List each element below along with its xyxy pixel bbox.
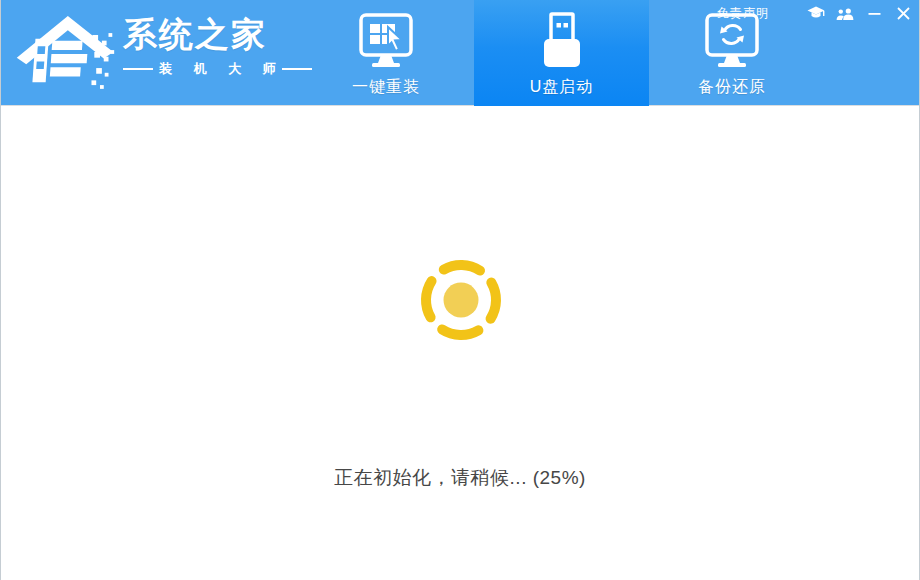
graduation-cap-icon[interactable]: [806, 6, 826, 22]
app-logo: 系统之家 装 机 大 师: [13, 6, 312, 98]
house-logo-icon: [13, 6, 117, 98]
window-controls: 免责声明: [717, 5, 913, 22]
tab-label-usb: U盘启动: [530, 77, 594, 98]
tab-label-reinstall: 一键重装: [352, 77, 420, 98]
loading-spinner-icon: [413, 252, 509, 348]
logo-text: 系统之家 装 机 大 师: [123, 16, 312, 78]
tab-one-click-reinstall[interactable]: 一键重装: [298, 0, 474, 106]
users-icon[interactable]: [835, 6, 855, 22]
logo-subtitle-text: 装 机 大 师: [159, 60, 285, 78]
app-header: 系统之家 装 机 大 师: [1, 0, 919, 106]
logo-title: 系统之家: [123, 16, 312, 53]
close-icon[interactable]: [893, 6, 913, 22]
status-text: 正在初始化，请稍候... (25%): [1, 465, 919, 491]
usb-drive-icon: [540, 11, 584, 73]
monitor-windows-cursor-icon: [355, 11, 417, 73]
tab-usb-boot[interactable]: U盘启动: [474, 0, 649, 106]
app-window: 系统之家 装 机 大 师: [0, 0, 920, 580]
disclaimer-link[interactable]: 免责声明: [717, 5, 769, 22]
tab-label-backup: 备份还原: [698, 77, 766, 98]
main-content: 正在初始化，请稍候... (25%): [1, 107, 919, 580]
minimize-icon[interactable]: [864, 6, 884, 22]
subtitle-dash-left: [123, 68, 153, 70]
logo-subtitle: 装 机 大 师: [123, 60, 312, 78]
